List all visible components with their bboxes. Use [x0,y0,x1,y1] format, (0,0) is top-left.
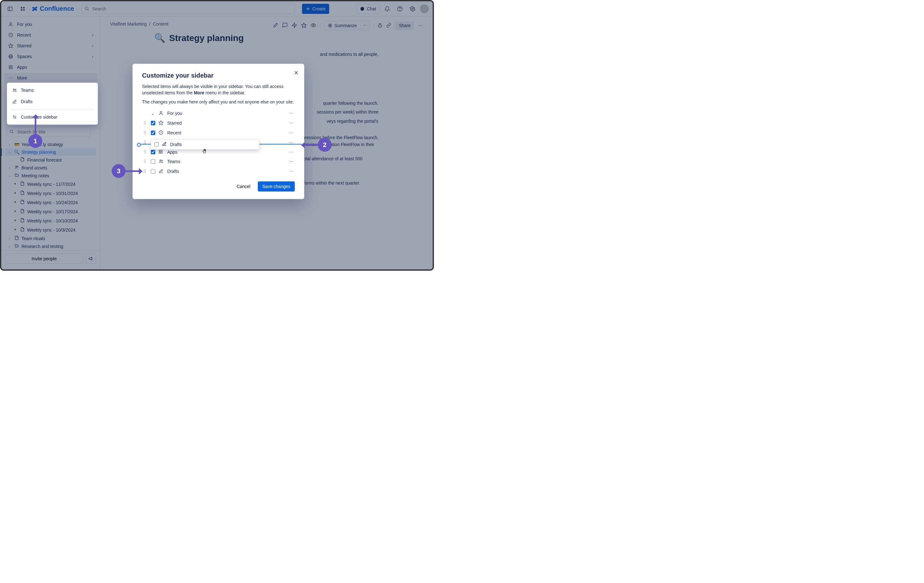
svg-point-36 [13,116,14,117]
popover-teams[interactable]: Teams [7,84,98,96]
clock-icon [158,130,164,136]
drag-handle-icon[interactable]: ⠿ [143,150,148,155]
modal-item-for-you[interactable]: ⌄For you⋯ [142,109,295,118]
more-icon[interactable]: ⋯ [289,169,294,174]
modal-desc-1: Selected items will always be visible in… [142,84,295,96]
grab-cursor-icon [202,148,208,155]
more-popover: Teams Drafts Customize sidebar [7,82,98,125]
teams-checkbox[interactable] [151,159,155,164]
person-icon [158,110,164,117]
modal-title: Customize your sidebar [142,72,295,79]
popover-customize[interactable]: Customize sidebar [7,111,98,123]
modal-item-recent[interactable]: ⠿Recent⋯ [142,128,295,138]
customize-sidebar-modal: ✕ Customize your sidebar Selected items … [132,64,304,199]
svg-rect-47 [161,152,162,153]
svg-point-37 [15,117,16,118]
callout-3: 3 [112,164,125,178]
drafts-checkbox[interactable] [151,169,155,173]
drag-handle-icon[interactable]: ⠿ [143,169,148,174]
starred-checkbox[interactable] [151,121,155,125]
star-icon [158,120,164,126]
drag-handle-icon[interactable]: ⠿ [143,159,148,164]
save-changes-button[interactable]: Save changes [258,181,295,191]
svg-rect-45 [161,150,162,152]
drafts-icon [162,141,167,147]
teams-icon [12,87,18,93]
svg-point-49 [162,160,163,161]
drag-handle-icon[interactable]: ⠿ [143,130,148,135]
svg-point-32 [13,89,15,90]
callout-1: 1 [28,134,42,148]
drag-handle-icon[interactable]: ⠿ [143,120,148,125]
modal-desc-2: The changes you make here only affect yo… [142,99,295,105]
close-icon[interactable]: ✕ [294,69,299,76]
teams-icon [158,159,164,165]
drafts-icon [12,99,18,105]
check-icon: ⌄ [151,111,155,116]
callout-2: 2 [318,138,332,152]
svg-rect-46 [159,152,160,153]
more-icon[interactable]: ⋯ [289,120,294,125]
cancel-button[interactable]: Cancel [233,181,254,191]
svg-point-33 [15,89,16,90]
modal-item-teams[interactable]: ⠿Teams⋯ [142,157,295,166]
modal-item-drafts[interactable]: ⠿Drafts⋯ [142,166,295,176]
drafts-icon [158,168,164,175]
more-icon[interactable]: ⋯ [289,130,294,135]
drag-checkbox [154,142,159,147]
svg-rect-44 [159,150,160,152]
popover-drafts[interactable]: Drafts [7,96,98,107]
svg-marker-39 [159,120,163,125]
sliders-icon [12,114,18,120]
apps-icon [158,150,164,155]
more-icon[interactable]: ⋯ [289,159,294,164]
recent-checkbox[interactable] [151,131,155,135]
apps-checkbox[interactable] [151,150,155,154]
modal-item-starred[interactable]: ⠿Starred⋯ [142,118,295,128]
more-icon[interactable]: ⋯ [289,111,294,116]
svg-point-48 [160,160,161,161]
svg-point-38 [160,111,162,113]
more-icon[interactable]: ⋯ [289,150,294,155]
